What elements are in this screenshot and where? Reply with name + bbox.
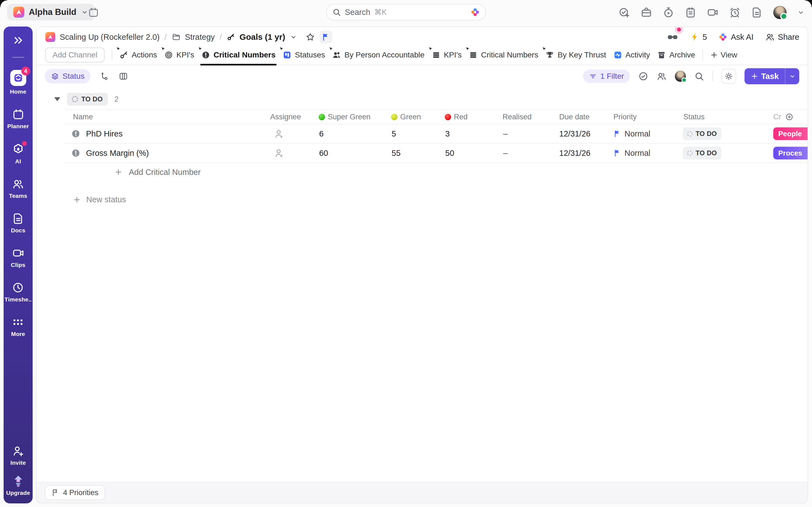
sidebar-item-teams[interactable]: Teams [9,178,28,199]
sidebar-item-upgrade[interactable]: Upgrade [6,474,30,496]
briefcase-icon[interactable] [641,7,652,18]
add-task-button[interactable]: Task [745,68,799,84]
add-view-button[interactable]: View [710,51,737,59]
add-critical-number-button[interactable]: Add Critical Number [64,163,808,181]
divider [112,50,112,60]
timesheet-icon [12,282,24,294]
col-due-date[interactable]: Due date [559,113,611,121]
tab-critical-numbers[interactable]: Critical Numbers [201,45,275,65]
group-by-status-button[interactable]: Status [45,69,91,83]
ask-ai-button[interactable]: Ask AI [718,33,753,42]
closed-tasks-icon[interactable] [638,71,648,81]
green-value[interactable]: 55 [390,149,443,158]
user-avatar[interactable] [773,6,786,19]
tag-cell[interactable]: Proces [772,147,808,159]
view-settings-button[interactable] [721,69,736,84]
columns-icon[interactable] [119,71,128,81]
sidebar-item-docs[interactable]: Docs [11,213,25,234]
col-super-green[interactable]: Super Green [315,113,390,121]
col-created-cut[interactable]: Cr [772,113,808,121]
subtasks-icon[interactable] [100,71,109,81]
status-cell[interactable]: TO DO [679,147,772,159]
calendar-icon[interactable] [88,7,99,18]
col-assignee[interactable]: Assignee [267,113,315,121]
tab-kpis[interactable]: KPI's [164,45,194,65]
col-red[interactable]: Red [443,113,499,121]
tab-by-key-thrust[interactable]: By Key Thrust [545,45,606,65]
sidebar-item-timesheet[interactable]: Timeshe.. [4,282,32,303]
sidebar-expand-icon[interactable] [13,35,24,46]
assignee-add-icon[interactable] [267,148,315,158]
sprint-points-button[interactable]: 5 [690,33,707,42]
due-date-value[interactable]: 12/31/26 [559,129,611,138]
table-row[interactable]: PhD Hires 6 5 3 – 12/31/26 Normal TO DO … [64,124,808,144]
col-status[interactable]: Status [679,113,772,121]
red-value[interactable]: 50 [443,149,499,158]
sidebar-item-ai[interactable]: AI [12,143,24,165]
tag-badge[interactable]: People [773,127,808,140]
breadcrumb-folder[interactable]: Strategy [185,33,215,42]
reminder-icon[interactable] [729,7,741,18]
super-green-value[interactable]: 6 [315,129,390,138]
col-name[interactable]: Name [64,113,267,121]
red-value[interactable]: 3 [443,129,499,138]
timer-icon[interactable] [663,7,674,18]
notes-icon[interactable] [751,7,763,18]
breadcrumb-space[interactable]: Scaling Up (Rockefeller 2.0) [60,33,160,42]
green-value[interactable]: 5 [390,129,443,138]
due-date-value[interactable]: 12/31/26 [559,149,611,158]
tab-archive[interactable]: Archive [657,45,695,65]
favorite-star-icon[interactable] [306,32,315,42]
tab-kpis-2[interactable]: KPI's [432,45,462,65]
ai-flower-icon[interactable] [470,7,480,17]
group-status-pill[interactable]: TO DO [67,93,108,106]
task-dropdown-chevron[interactable] [785,68,799,84]
filter-button[interactable]: 1 Filter [583,70,630,83]
tab-by-person-accountable[interactable]: By Person Accountable [332,45,424,65]
status-cell[interactable]: TO DO [679,127,772,140]
realised-value[interactable]: – [499,129,559,138]
account-chevron-icon[interactable] [797,9,805,16]
search-input[interactable]: Search ⌘K [326,4,486,20]
priorities-button[interactable]: 4 Priorities [45,485,105,500]
task-name-cell[interactable]: PhD Hires [64,129,267,138]
tag-badge[interactable]: Proces [773,147,808,159]
add-channel-button[interactable]: Add Channel [45,48,105,62]
assignees-icon[interactable] [657,71,666,81]
table-row[interactable]: Gross Margin (%) 60 55 50 – 12/31/26 Nor… [64,144,808,163]
focus-mode-icon[interactable] [666,31,679,43]
sidebar-item-invite[interactable]: Invite [10,445,26,466]
realised-value[interactable]: – [499,149,559,158]
add-column-icon[interactable] [785,113,794,121]
sidebar-item-home[interactable]: 4 Home [10,70,26,95]
col-realised[interactable]: Realised [499,113,559,121]
flag-button[interactable] [319,31,332,43]
me-avatar-filter[interactable] [675,71,686,82]
priority-value[interactable]: Normal [611,129,679,138]
workspace-name: Alpha Build [29,7,76,17]
share-button[interactable]: Share [765,32,799,42]
assignee-add-icon[interactable] [267,129,315,139]
new-status-button[interactable]: New status [73,195,808,204]
breadcrumb-current[interactable]: Goals (1 yr) [240,32,285,42]
task-name-cell[interactable]: Gross Margin (%) [64,148,267,158]
tab-statuses[interactable]: Statuses [283,45,325,65]
tab-actions[interactable]: Actions [119,45,157,65]
tab-critical-numbers-2[interactable]: Critical Numbers [469,45,538,65]
tag-cell[interactable]: People [772,127,808,140]
tab-activity[interactable]: Activity [613,45,650,65]
chevron-down-icon[interactable] [290,33,297,41]
record-clip-icon[interactable] [707,7,718,18]
sidebar-item-planner[interactable]: Planner [7,108,29,129]
priority-value[interactable]: Normal [611,149,679,158]
sidebar-item-clips[interactable]: Clips [11,247,25,268]
sidebar-item-more[interactable]: More [11,316,25,337]
clipboard-icon[interactable] [685,7,696,18]
new-task-icon[interactable] [618,7,630,18]
super-green-value[interactable]: 60 [315,149,390,158]
col-green[interactable]: Green [390,113,443,121]
collapse-group-icon[interactable] [54,97,60,101]
search-icon[interactable] [694,71,704,81]
workspace-switcher[interactable]: Alpha Build [7,4,95,20]
col-priority[interactable]: Priority [611,113,679,121]
